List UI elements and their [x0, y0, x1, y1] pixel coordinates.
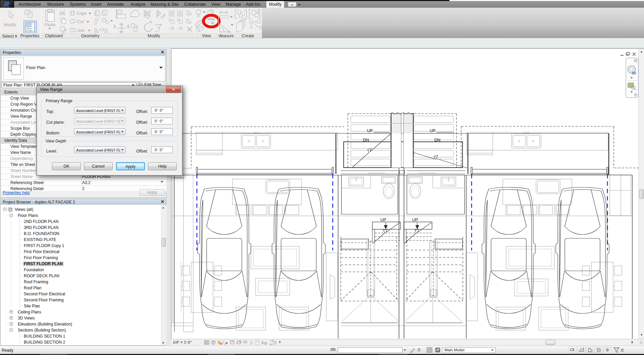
svg-text:Join: Join	[77, 28, 85, 33]
svg-text:2D: 2D	[632, 71, 636, 75]
svg-text:UP: UP	[430, 128, 435, 133]
svg-text:Cope: Cope	[76, 11, 87, 16]
svg-text:DN: DN	[363, 138, 369, 142]
svg-text:UP: UP	[380, 218, 386, 222]
svg-text:DN: DN	[434, 138, 440, 142]
svg-text:UP: UP	[412, 218, 418, 222]
svg-text:UP: UP	[367, 128, 373, 133]
svg-text:Cut: Cut	[77, 19, 84, 24]
svg-text:Modify: Modify	[4, 22, 16, 27]
svg-text:Paste: Paste	[45, 22, 55, 27]
